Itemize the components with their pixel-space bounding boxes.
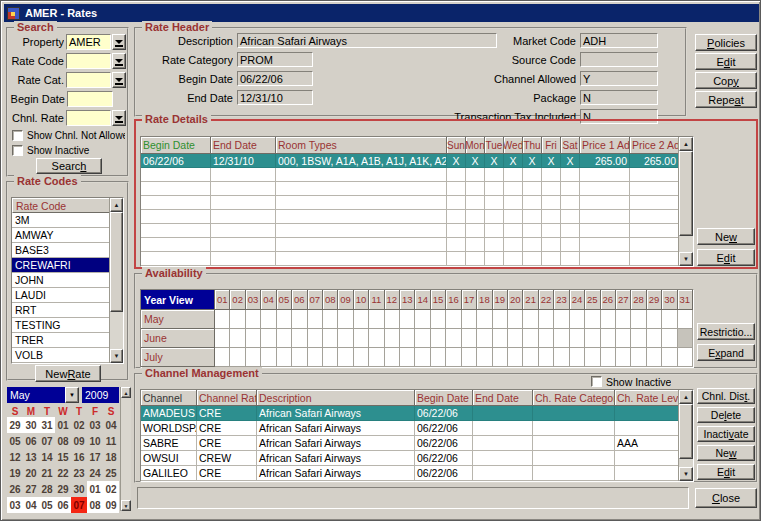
restrictions-button[interactable]: Restrictio... — [697, 323, 755, 340]
table-cell[interactable]: CRE — [197, 406, 257, 421]
calendar-day[interactable]: 03 — [7, 497, 23, 513]
table-cell[interactable] — [630, 182, 679, 196]
table-cell[interactable] — [141, 168, 211, 182]
availability-cell[interactable] — [539, 348, 554, 367]
table-cell[interactable] — [561, 168, 580, 182]
availability-cell[interactable] — [554, 348, 569, 367]
calendar-day[interactable]: 24 — [87, 465, 103, 481]
table-cell[interactable]: X — [561, 154, 580, 168]
calendar-year-spinner[interactable]: ▲▼ — [120, 387, 131, 511]
table-cell[interactable] — [523, 224, 542, 238]
availability-cell[interactable] — [631, 329, 646, 348]
calendar-year-up-arrow[interactable]: ▲ — [121, 387, 131, 398]
calendar-day[interactable]: 10 — [87, 433, 103, 449]
table-cell[interactable] — [542, 238, 561, 252]
table-cell[interactable] — [630, 224, 679, 238]
table-cell[interactable] — [504, 168, 523, 182]
table-cell[interactable]: 265.00 — [630, 154, 679, 168]
availability-cell[interactable] — [678, 348, 693, 367]
availability-cell[interactable] — [246, 348, 261, 367]
channel-management-scrollbar-track[interactable] — [679, 404, 693, 467]
search-button[interactable]: Search — [36, 158, 102, 174]
table-cell[interactable] — [447, 168, 466, 182]
availability-cell[interactable] — [616, 310, 631, 329]
availability-cell[interactable] — [477, 329, 492, 348]
new-rate-button[interactable]: New Rate — [35, 365, 101, 382]
availability-cell[interactable] — [323, 348, 338, 367]
availability-cell[interactable] — [647, 348, 662, 367]
availability-cell[interactable] — [539, 329, 554, 348]
table-cell[interactable] — [615, 466, 679, 481]
availability-cell[interactable] — [415, 310, 430, 329]
table-row[interactable] — [141, 168, 693, 182]
close-button[interactable]: Close — [695, 488, 757, 508]
table-cell[interactable] — [211, 168, 276, 182]
calendar-day[interactable]: 23 — [71, 465, 87, 481]
availability-cell[interactable] — [261, 329, 276, 348]
calendar-day[interactable]: 26 — [7, 481, 23, 497]
calendar-day[interactable]: 09 — [71, 433, 87, 449]
table-cell[interactable] — [580, 182, 630, 196]
table-cell[interactable] — [211, 210, 276, 224]
availability-cell[interactable] — [508, 329, 523, 348]
table-cell[interactable] — [523, 168, 542, 182]
table-cell[interactable] — [276, 182, 447, 196]
availability-cell[interactable] — [323, 329, 338, 348]
availability-cell[interactable] — [539, 310, 554, 329]
availability-cell[interactable] — [570, 310, 585, 329]
checkbox-show-chnl-not-allowed[interactable] — [12, 130, 23, 141]
availability-cell[interactable] — [338, 310, 353, 329]
availability-cell[interactable] — [277, 348, 292, 367]
availability-cell[interactable] — [431, 348, 446, 367]
table-cell[interactable] — [466, 210, 485, 224]
availability-cell[interactable] — [354, 329, 369, 348]
table-cell[interactable] — [561, 210, 580, 224]
rate-details-new-button[interactable]: New — [697, 228, 755, 245]
checkbox-show-inactive[interactable] — [12, 145, 23, 156]
calendar-day[interactable]: 06 — [23, 433, 39, 449]
calendar-day[interactable]: 31 — [39, 417, 55, 433]
availability-cell[interactable] — [292, 348, 307, 367]
availability-cell[interactable] — [477, 348, 492, 367]
availability-cell[interactable] — [230, 310, 245, 329]
calendar-spinner-track[interactable] — [121, 398, 131, 500]
search-input-rate-code[interactable] — [66, 53, 111, 69]
table-cell[interactable] — [473, 436, 533, 451]
availability-cell[interactable] — [462, 329, 477, 348]
table-cell[interactable]: 06/22/06 — [141, 154, 211, 168]
channel-delete-button[interactable]: Delete — [697, 407, 755, 423]
table-row[interactable] — [141, 196, 693, 210]
rate-details-scrollbar-thumb[interactable] — [679, 151, 693, 236]
availability-cell[interactable] — [523, 310, 538, 329]
availability-cell[interactable] — [338, 348, 353, 367]
table-cell[interactable] — [533, 406, 615, 421]
table-cell[interactable]: African Safari Airways — [257, 451, 415, 466]
table-cell[interactable]: 06/22/06 — [415, 436, 473, 451]
table-cell[interactable] — [447, 252, 466, 266]
table-cell[interactable] — [276, 224, 447, 238]
calendar-day[interactable]: 05 — [39, 497, 55, 513]
availability-cell[interactable] — [385, 329, 400, 348]
table-cell[interactable]: WORLDSPA — [141, 421, 197, 436]
table-row[interactable] — [141, 252, 693, 266]
table-cell[interactable] — [473, 406, 533, 421]
availability-cell[interactable] — [446, 348, 461, 367]
table-cell[interactable] — [141, 182, 211, 196]
table-cell[interactable] — [533, 451, 615, 466]
availability-cell[interactable] — [601, 329, 616, 348]
rate-details-scrollbar[interactable]: ▲▼ — [678, 137, 693, 266]
availability-cell[interactable] — [523, 348, 538, 367]
lov-dropdown-icon[interactable] — [112, 34, 126, 50]
rate-codes-scrollbar-up-arrow[interactable]: ▲ — [110, 198, 123, 212]
search-input-chnl-rate[interactable] — [66, 110, 111, 126]
lov-dropdown-icon[interactable] — [112, 72, 126, 88]
availability-cell[interactable] — [215, 348, 230, 367]
table-cell[interactable] — [473, 421, 533, 436]
calendar-day[interactable]: 22 — [55, 465, 71, 481]
availability-cell[interactable] — [261, 310, 276, 329]
table-cell[interactable] — [211, 238, 276, 252]
availability-cell[interactable] — [277, 329, 292, 348]
table-cell[interactable] — [473, 466, 533, 481]
calendar-day[interactable]: 27 — [23, 481, 39, 497]
table-cell[interactable] — [276, 210, 447, 224]
